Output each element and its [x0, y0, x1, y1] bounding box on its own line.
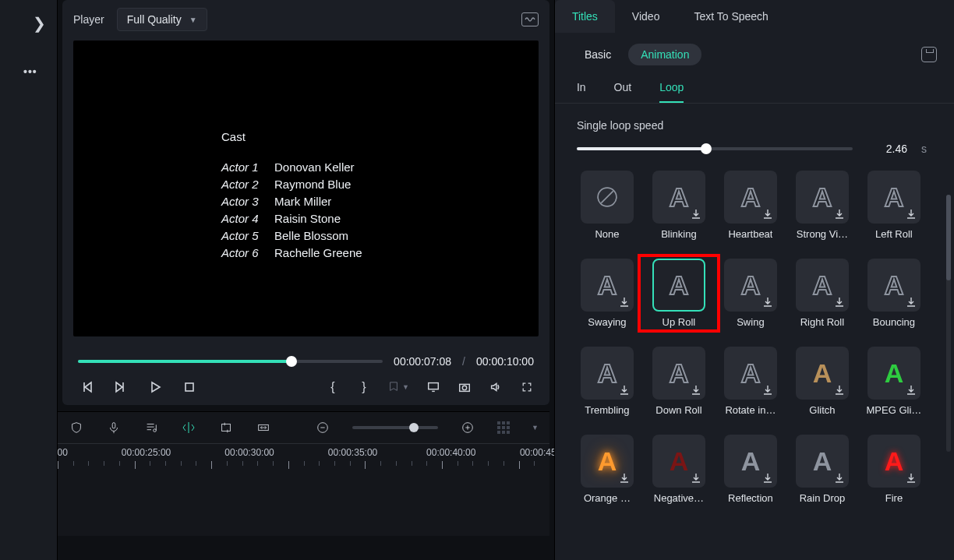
brace-close-icon[interactable]: } — [357, 380, 371, 394]
brace-open-icon[interactable]: { — [326, 380, 340, 394]
speed-value[interactable]: 2.46 — [867, 143, 907, 155]
volume-icon[interactable] — [489, 380, 503, 394]
download-icon[interactable] — [905, 296, 917, 308]
preset-thumb[interactable]: A — [796, 347, 849, 400]
preset-thumb[interactable]: A — [867, 435, 920, 488]
preset-rotate-in-[interactable]: ARotate in… — [717, 347, 784, 416]
preset-thumb[interactable]: A — [652, 259, 705, 312]
preset-thumb[interactable]: A — [652, 171, 705, 224]
preset-orange-[interactable]: AOrange … — [574, 435, 641, 504]
preset-thumb[interactable] — [581, 171, 634, 224]
download-icon[interactable] — [761, 472, 774, 484]
shield-icon[interactable] — [69, 420, 84, 435]
preset-trembling[interactable]: ATrembling — [574, 347, 641, 416]
split-icon[interactable] — [181, 420, 196, 435]
preset-mpeg-gli-[interactable]: AMPEG Gli… — [860, 347, 928, 416]
stop-button[interactable] — [181, 379, 198, 396]
quality-select[interactable]: Full Quality ▼ — [117, 8, 207, 31]
preset-thumb[interactable]: A — [652, 347, 705, 400]
speed-knob[interactable] — [701, 143, 712, 154]
preset-thumb[interactable]: A — [724, 259, 777, 312]
preset-thumb[interactable]: A — [796, 259, 849, 312]
grid-view-icon[interactable] — [497, 421, 510, 434]
preset-thumb[interactable]: A — [652, 435, 705, 488]
preset-thumb[interactable]: A — [724, 435, 777, 488]
download-icon[interactable] — [761, 384, 774, 396]
preset-glitch[interactable]: AGlitch — [789, 347, 856, 416]
preset-left-roll[interactable]: ALeft Roll — [860, 171, 928, 240]
animtab-loop[interactable]: Loop — [659, 81, 684, 103]
download-icon[interactable] — [833, 384, 846, 396]
preset-strong-vi-[interactable]: AStrong Vi… — [789, 171, 856, 240]
download-icon[interactable] — [833, 472, 846, 484]
fit-icon[interactable] — [256, 420, 271, 435]
preset-bouncing[interactable]: ABouncing — [860, 259, 928, 328]
preset-thumb[interactable]: A — [796, 435, 849, 488]
tab-titles[interactable]: Titles — [555, 0, 615, 33]
animtab-out[interactable]: Out — [614, 81, 632, 103]
subtab-basic[interactable]: Basic — [572, 44, 624, 65]
presets-scrollbar[interactable] — [946, 195, 951, 452]
preset-up-roll[interactable]: AUp Roll — [645, 259, 712, 328]
download-icon[interactable] — [690, 208, 702, 220]
zoom-knob[interactable] — [409, 423, 419, 432]
prev-frame-button[interactable] — [78, 379, 95, 396]
tab-text-to-speech[interactable]: Text To Speech — [677, 0, 785, 33]
tab-video[interactable]: Video — [615, 0, 677, 33]
animtab-in[interactable]: In — [577, 81, 586, 103]
download-icon[interactable] — [618, 384, 631, 396]
subtab-animation[interactable]: Animation — [628, 44, 701, 65]
download-icon[interactable] — [690, 384, 702, 396]
preset-reflection[interactable]: AReflection — [717, 435, 784, 504]
preset-rain-drop[interactable]: ARain Drop — [789, 435, 856, 504]
fullscreen-icon[interactable] — [520, 380, 534, 394]
download-icon[interactable] — [761, 296, 774, 308]
music-list-icon[interactable] — [143, 420, 159, 435]
preset-down-roll[interactable]: ADown Roll — [645, 347, 712, 416]
mic-icon[interactable] — [106, 420, 122, 435]
waveform-icon[interactable] — [521, 12, 539, 26]
preset-thumb[interactable]: A — [581, 347, 634, 400]
download-icon[interactable] — [761, 208, 774, 220]
download-icon[interactable] — [905, 208, 917, 220]
preset-thumb[interactable]: A — [724, 347, 777, 400]
preset-thumb[interactable]: A — [581, 259, 634, 312]
download-icon[interactable] — [618, 296, 631, 308]
zoom-in-button[interactable] — [460, 420, 475, 435]
preset-thumb[interactable]: A — [581, 435, 634, 488]
time-ruler[interactable]: 0000:00:25:0000:00:30:0000:00:35:0000:00… — [58, 443, 549, 474]
crop-icon[interactable] — [218, 420, 234, 435]
grid-dropdown-icon[interactable]: ▼ — [532, 424, 539, 431]
marker-dropdown[interactable]: ▼ — [388, 380, 409, 394]
next-frame-button[interactable] — [112, 379, 129, 396]
expand-sidebar-icon[interactable]: ❯ — [33, 14, 46, 33]
playhead-knob[interactable] — [286, 356, 297, 367]
play-button[interactable] — [147, 379, 164, 396]
playhead-track[interactable] — [78, 360, 383, 363]
download-icon[interactable] — [833, 208, 846, 220]
display-icon[interactable] — [426, 380, 440, 394]
save-preset-icon[interactable] — [921, 47, 937, 62]
download-icon[interactable] — [690, 472, 702, 484]
preset-none[interactable]: None — [574, 171, 641, 240]
preset-negative-[interactable]: ANegative… — [645, 435, 712, 504]
preset-thumb[interactable]: A — [867, 171, 920, 224]
preset-thumb[interactable]: A — [867, 259, 920, 312]
speed-slider[interactable] — [577, 147, 853, 150]
preset-thumb[interactable]: A — [867, 347, 920, 400]
preset-fire[interactable]: AFire — [860, 435, 928, 504]
download-icon[interactable] — [833, 296, 846, 308]
zoom-out-button[interactable] — [315, 420, 330, 435]
preset-heartbeat[interactable]: AHeartbeat — [717, 171, 784, 240]
more-icon[interactable]: ••• — [23, 65, 37, 78]
download-icon[interactable] — [905, 472, 917, 484]
preset-swing[interactable]: ASwing — [717, 259, 784, 328]
preset-swaying[interactable]: ASwaying — [574, 259, 641, 328]
preset-right-roll[interactable]: ARight Roll — [789, 259, 856, 328]
download-icon[interactable] — [905, 384, 917, 396]
scrollbar-thumb[interactable] — [946, 195, 951, 280]
zoom-slider[interactable] — [352, 426, 438, 429]
download-icon[interactable] — [618, 472, 631, 484]
preset-thumb[interactable]: A — [796, 171, 849, 224]
preset-thumb[interactable]: A — [724, 171, 777, 224]
